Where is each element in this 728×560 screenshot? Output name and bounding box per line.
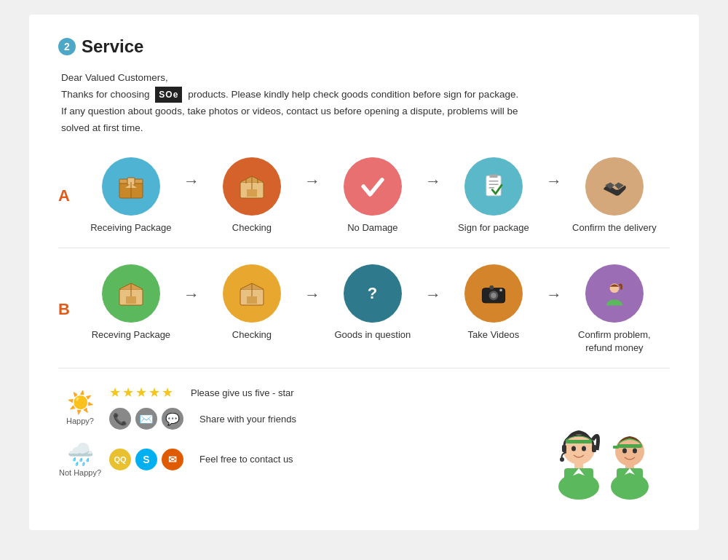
step-b1-icon bbox=[102, 264, 160, 323]
arrow-b1: → bbox=[183, 285, 199, 304]
svg-point-43 bbox=[633, 449, 637, 454]
step-a2-icon bbox=[223, 157, 281, 216]
step-b4-icon bbox=[464, 264, 523, 323]
share-icons: 📞 ✉️ 💬 bbox=[109, 408, 183, 430]
page-title: Service bbox=[82, 36, 143, 57]
not-happy-label: Not Happy? bbox=[59, 468, 101, 477]
not-happy-icon-wrap: 🌧️ Not Happy? bbox=[58, 441, 102, 477]
svg-rect-12 bbox=[489, 174, 497, 178]
email-icon: ✉️ bbox=[135, 408, 157, 430]
happy-label: Happy? bbox=[66, 417, 94, 425]
step-b1-label: Receving Package bbox=[92, 328, 170, 342]
arrow-b2: → bbox=[304, 285, 320, 304]
contact-text: Feel free to contact us bbox=[199, 454, 293, 465]
customer-service-image bbox=[524, 384, 670, 501]
step-a3: No Damage bbox=[322, 157, 424, 234]
step-a4-label: Sign for package bbox=[458, 221, 529, 234]
intro-line3: If any question about goods, take photos… bbox=[61, 103, 670, 120]
male-character bbox=[611, 436, 649, 500]
svg-point-31 bbox=[560, 457, 564, 462]
cloud-icon: 🌧️ bbox=[67, 441, 94, 467]
divider2 bbox=[58, 368, 670, 368]
step-a5-icon bbox=[585, 157, 644, 216]
svg-rect-21 bbox=[489, 285, 494, 290]
step-a4: Sign for package bbox=[443, 157, 545, 234]
svg-point-22 bbox=[499, 289, 502, 292]
qq-icon: QQ bbox=[109, 449, 131, 470]
steps-row-a: Receiving Package → Checking → bbox=[80, 157, 670, 234]
section-a-label: A bbox=[58, 186, 70, 205]
not-happy-row: 🌧️ Not Happy? QQ S ✉ Feel free to contac… bbox=[58, 441, 510, 477]
star-rating: ★★★★★ bbox=[109, 384, 175, 401]
mail-icon: ✉ bbox=[162, 449, 183, 470]
step-b1: Receving Package bbox=[80, 264, 182, 342]
intro-line1: Dear Valued Customers, bbox=[61, 70, 670, 87]
section-b: B Receving Package → bbox=[58, 264, 670, 355]
arrow-b4: → bbox=[546, 285, 562, 304]
step-a1-icon bbox=[102, 157, 160, 216]
title-row: 2 Service bbox=[58, 36, 670, 57]
svg-rect-34 bbox=[566, 440, 592, 443]
step-b2: Checking bbox=[201, 264, 303, 342]
svg-rect-14 bbox=[126, 296, 136, 304]
svg-rect-29 bbox=[562, 445, 566, 452]
phone-icon: 📞 bbox=[109, 408, 131, 430]
svg-point-33 bbox=[582, 446, 586, 451]
five-star-row: ★★★★★ Please give us five - star bbox=[109, 384, 296, 401]
intro-line4: solved at first time. bbox=[61, 120, 670, 137]
steps-row-b: Receving Package → Checking → bbox=[80, 264, 670, 355]
brand-name: SOe bbox=[155, 87, 182, 103]
share-row: 📞 ✉️ 💬 Share with your friends bbox=[109, 408, 296, 430]
share-text: Share with your friends bbox=[199, 414, 296, 425]
step-a1-label: Receiving Package bbox=[90, 221, 171, 234]
step-a1: Receiving Package bbox=[80, 157, 182, 234]
contact-row: QQ S ✉ Feel free to contact us bbox=[109, 449, 293, 470]
star-icons: ★★★★★ bbox=[109, 384, 175, 401]
svg-rect-41 bbox=[613, 446, 619, 449]
main-card: 2 Service Dear Valued Customers, Thanks … bbox=[29, 15, 699, 530]
intro-line2: Thanks for choosing SOe products. Please… bbox=[61, 87, 670, 103]
step-b2-label: Checking bbox=[232, 328, 272, 342]
intro-text: Dear Valued Customers, Thanks for choosi… bbox=[61, 70, 670, 137]
happy-row: ☀️ Happy? ★★★★★ Please give us five - st… bbox=[58, 384, 510, 430]
step-b3-icon: ? bbox=[344, 264, 402, 323]
skype-icon: S bbox=[135, 449, 157, 470]
contact-icons: QQ S ✉ bbox=[109, 449, 183, 470]
section-b-label: B bbox=[58, 300, 70, 319]
step-a4-icon bbox=[464, 157, 523, 216]
step-b5-icon bbox=[585, 264, 644, 323]
section-number: 2 bbox=[58, 38, 76, 55]
svg-point-32 bbox=[571, 446, 576, 451]
svg-rect-40 bbox=[617, 444, 642, 448]
chat-icon: 💬 bbox=[162, 408, 183, 430]
arrow-a3: → bbox=[425, 172, 441, 191]
step-a5-label: Confirm the delivery bbox=[572, 221, 657, 234]
arrow-a2: → bbox=[304, 172, 320, 191]
arrow-a4: → bbox=[546, 172, 562, 191]
step-b4: Take Videos bbox=[443, 264, 545, 342]
arrow-b3: → bbox=[425, 285, 441, 304]
step-a2: Checking bbox=[201, 157, 303, 234]
step-b3-label: Goods in question bbox=[334, 328, 411, 342]
characters-svg bbox=[528, 384, 666, 501]
step-b5: Confirm problem, refund money bbox=[563, 264, 665, 355]
svg-point-36 bbox=[615, 437, 644, 466]
svg-text:?: ? bbox=[368, 284, 377, 302]
svg-rect-16 bbox=[247, 296, 257, 304]
bottom-section: ☀️ Happy? ★★★★★ Please give us five - st… bbox=[58, 384, 670, 501]
svg-point-42 bbox=[622, 449, 627, 454]
step-a3-label: No Damage bbox=[347, 221, 397, 234]
feedback-left: ☀️ Happy? ★★★★★ Please give us five - st… bbox=[58, 384, 510, 489]
svg-rect-30 bbox=[592, 445, 596, 452]
step-a2-label: Checking bbox=[232, 221, 272, 234]
step-b5-label: Confirm problem, refund money bbox=[578, 328, 651, 355]
svg-point-20 bbox=[491, 293, 496, 298]
step-b2-icon bbox=[223, 264, 281, 323]
divider bbox=[58, 248, 670, 248]
happy-icon-wrap: ☀️ Happy? bbox=[58, 390, 102, 425]
five-star-text: Please give us five - star bbox=[191, 387, 294, 398]
step-b3: ? Goods in question bbox=[322, 264, 424, 342]
arrow-a1: → bbox=[183, 172, 199, 191]
section-a: A Receiving Package → bbox=[58, 157, 670, 234]
sun-icon: ☀️ bbox=[67, 390, 94, 415]
